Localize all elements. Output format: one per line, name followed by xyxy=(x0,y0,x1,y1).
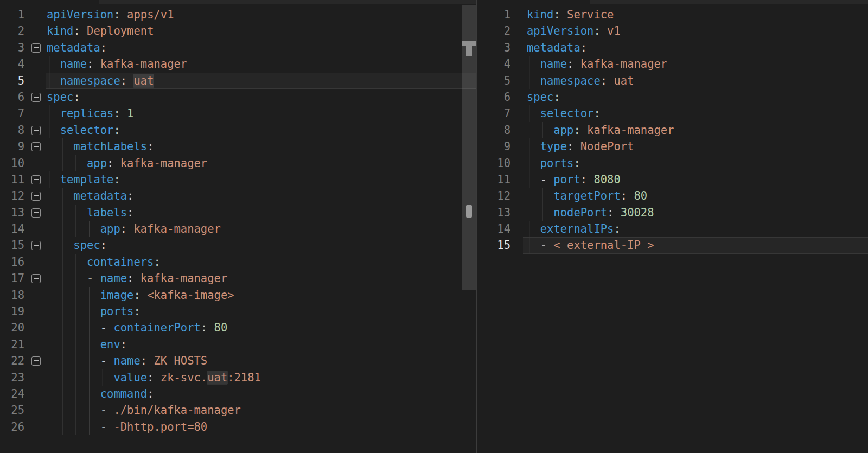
line-number: 16 xyxy=(0,254,24,270)
fold-collapse-icon[interactable] xyxy=(31,175,41,184)
fold-collapse-icon[interactable] xyxy=(31,43,41,53)
code-text[interactable]: labels: xyxy=(47,205,477,221)
code-text[interactable]: targetPort: 80 xyxy=(527,188,868,204)
code-text[interactable]: nodePort: 30028 xyxy=(527,205,868,221)
line-number: 3 xyxy=(0,40,24,56)
line-number: 9 xyxy=(0,138,24,155)
gutter-fold-column xyxy=(510,221,527,237)
code-text[interactable]: metadata: xyxy=(47,188,477,204)
yaml-punctuation: : xyxy=(127,272,141,285)
code-text[interactable]: - < external-IP > xyxy=(527,237,868,253)
yaml-key: apiVersion xyxy=(47,8,113,21)
code-text[interactable]: metadata: xyxy=(47,40,477,56)
yaml-punctuation: : xyxy=(127,189,133,202)
code-text[interactable]: replicas: 1 xyxy=(47,105,477,122)
code-line-5: 5namespace: uat xyxy=(477,73,868,89)
yaml-punctuation: : xyxy=(567,140,580,153)
code-text[interactable]: namespace: uat xyxy=(47,73,477,89)
yaml-punctuation: - xyxy=(87,272,100,285)
code-text[interactable]: ports: xyxy=(47,303,477,320)
yaml-value: kafka-manager xyxy=(100,58,187,71)
code-text[interactable]: selector: xyxy=(47,122,477,138)
code-text[interactable]: env: xyxy=(47,336,477,353)
code-text[interactable]: apiVersion: v1 xyxy=(527,23,868,39)
yaml-key: ports xyxy=(540,157,574,170)
code-text[interactable]: app: kafka-manager xyxy=(527,122,868,138)
indent-guides xyxy=(527,171,540,188)
yaml-punctuation: : xyxy=(120,338,127,351)
code-text[interactable]: spec: xyxy=(47,237,477,253)
code-text[interactable]: - port: 8080 xyxy=(527,171,868,188)
code-text[interactable]: containers: xyxy=(47,254,477,270)
indent-guides xyxy=(47,402,100,418)
code-line-13: 13nodePort: 30028 xyxy=(477,205,868,221)
code-text[interactable]: ports: xyxy=(527,155,868,171)
code-text[interactable]: apiVersion: apps/v1 xyxy=(47,7,477,23)
code-text[interactable]: selector: xyxy=(527,105,868,122)
code-text[interactable]: - containerPort: 80 xyxy=(47,320,477,336)
indent-guides xyxy=(527,237,540,253)
line-number: 22 xyxy=(0,353,24,369)
code-text[interactable]: metadata: xyxy=(527,40,868,56)
gutter-fold-column xyxy=(24,40,47,56)
fold-collapse-icon[interactable] xyxy=(31,356,41,366)
code-text[interactable]: spec: xyxy=(527,89,868,105)
code-line-15: 15- < external-IP > xyxy=(477,237,868,253)
code-text[interactable]: - -Dhttp.port=80 xyxy=(47,419,477,435)
code-text[interactable]: kind: Service xyxy=(527,7,868,23)
code-text[interactable]: - name: ZK_HOSTS xyxy=(47,353,477,369)
fold-collapse-icon[interactable] xyxy=(31,93,41,102)
yaml-punctuation: : xyxy=(100,239,107,252)
fold-collapse-icon[interactable] xyxy=(31,192,41,201)
code-text[interactable]: namespace: uat xyxy=(527,73,868,89)
yaml-punctuation: : xyxy=(607,206,621,219)
code-text[interactable]: name: kafka-manager xyxy=(527,56,868,72)
line-number: 13 xyxy=(0,205,24,221)
overview-ruler-cursor-marker xyxy=(462,41,476,46)
gutter-fold-column xyxy=(510,56,527,72)
fold-collapse-icon[interactable] xyxy=(31,241,41,250)
code-text[interactable]: - ./bin/kafka-manager xyxy=(47,402,477,418)
yaml-punctuation: : xyxy=(113,107,127,120)
code-text[interactable]: name: kafka-manager xyxy=(47,56,477,72)
code-text[interactable]: - name: kafka-manager xyxy=(47,270,477,286)
line-number: 3 xyxy=(477,40,510,56)
gutter-fold-column xyxy=(24,386,47,402)
code-line-8: 8app: kafka-manager xyxy=(477,122,868,138)
code-line-23: 23value: zk-svc.uat:2181 xyxy=(0,369,477,386)
code-text[interactable]: spec: xyxy=(47,89,477,105)
indent-guides xyxy=(527,188,553,204)
fold-collapse-icon[interactable] xyxy=(31,274,41,283)
indent-guides xyxy=(47,155,87,171)
yaml-key: nodePort xyxy=(553,206,607,219)
fold-collapse-icon[interactable] xyxy=(31,208,41,218)
code-text[interactable]: kind: Deployment xyxy=(47,23,477,39)
pane-divider[interactable] xyxy=(476,0,477,453)
yaml-punctuation: : xyxy=(113,173,120,186)
code-text[interactable]: matchLabels: xyxy=(47,138,477,155)
code-text[interactable]: image: <kafka-image> xyxy=(47,287,477,303)
yaml-key: name xyxy=(100,272,127,285)
code-text[interactable]: value: zk-svc.uat:2181 xyxy=(47,369,477,386)
yaml-punctuation: : xyxy=(154,256,160,269)
code-line-16: 16containers: xyxy=(0,254,477,270)
yaml-number: 8080 xyxy=(593,173,620,186)
code-line-24: 24command: xyxy=(0,386,477,402)
code-text[interactable]: externalIPs: xyxy=(527,221,868,237)
indent-guides xyxy=(47,205,87,221)
find-match-highlight: uat xyxy=(133,74,154,87)
code-text[interactable]: template: xyxy=(47,171,477,188)
code-text[interactable]: app: kafka-manager xyxy=(47,221,477,237)
yaml-key: namespace xyxy=(540,74,601,87)
fold-collapse-icon[interactable] xyxy=(31,142,41,151)
yaml-number: 80 xyxy=(634,189,647,202)
yaml-key: env xyxy=(100,338,120,351)
fold-collapse-icon[interactable] xyxy=(31,126,41,135)
gutter-fold-column xyxy=(24,369,47,386)
left-pane-scrollbar[interactable] xyxy=(462,0,476,453)
line-number: 12 xyxy=(0,188,24,204)
code-text[interactable]: command: xyxy=(47,386,477,402)
code-text[interactable]: type: NodePort xyxy=(527,138,868,155)
code-line-1: 1kind: Service xyxy=(477,7,868,23)
code-text[interactable]: app: kafka-manager xyxy=(47,155,477,171)
